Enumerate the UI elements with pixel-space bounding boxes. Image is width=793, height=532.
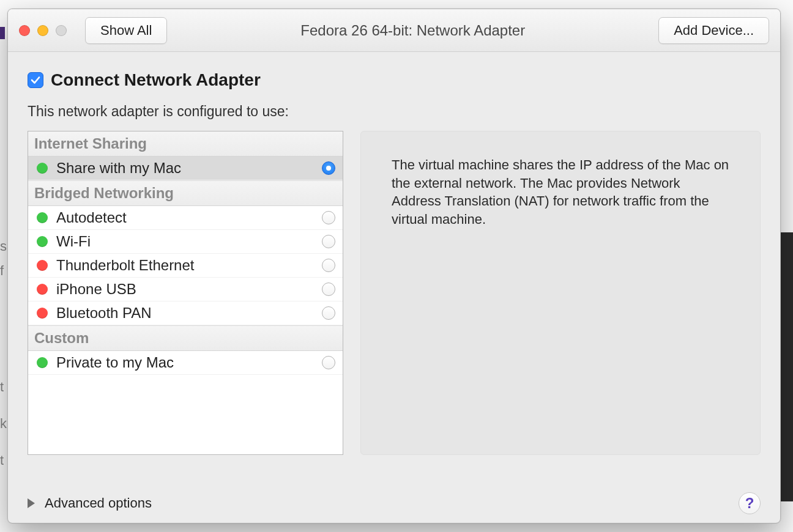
group-header-bridged-networking: Bridged Networking	[28, 180, 343, 206]
status-dot-icon	[37, 260, 48, 271]
status-dot-icon	[37, 357, 48, 368]
row-autodetect[interactable]: Autodetect	[28, 206, 343, 230]
titlebar: Show All Fedora 26 64-bit: Network Adapt…	[8, 9, 780, 52]
row-label: Share with my Mac	[56, 160, 313, 177]
bg-char: k	[0, 416, 7, 432]
status-dot-icon	[37, 212, 48, 223]
zoom-icon	[56, 25, 67, 36]
help-button[interactable]: ?	[739, 492, 761, 514]
traffic-lights	[19, 25, 67, 36]
radio-autodetect[interactable]	[322, 211, 335, 224]
status-dot-icon	[37, 284, 48, 295]
show-all-button[interactable]: Show All	[85, 17, 167, 44]
advanced-options-toggle[interactable]: Advanced options	[28, 495, 152, 511]
mode-description: The virtual machine shares the IP addres…	[360, 131, 761, 455]
checkmark-icon	[30, 75, 41, 86]
minimize-icon[interactable]	[37, 25, 48, 36]
status-dot-icon	[37, 236, 48, 247]
network-mode-list: Internet Sharing Share with my Mac Bridg…	[28, 131, 343, 455]
connect-adapter-row[interactable]: Connect Network Adapter	[28, 70, 761, 90]
status-dot-icon	[37, 308, 48, 319]
columns: Internet Sharing Share with my Mac Bridg…	[28, 131, 761, 482]
adapter-subtext: This network adapter is configured to us…	[28, 103, 761, 120]
radio-thunderbolt-ethernet[interactable]	[322, 259, 335, 272]
bg-char: f	[0, 263, 4, 279]
row-label: Autodetect	[56, 209, 313, 226]
group-header-custom: Custom	[28, 325, 343, 351]
radio-private-to-my-mac[interactable]	[322, 356, 335, 369]
bg-purple-peek	[0, 27, 5, 39]
content-area: Connect Network Adapter This network ada…	[8, 52, 780, 523]
radio-share-with-my-mac[interactable]	[322, 161, 335, 175]
row-wifi[interactable]: Wi-Fi	[28, 230, 343, 254]
connect-adapter-checkbox[interactable]	[28, 72, 43, 88]
radio-wifi[interactable]	[322, 235, 335, 248]
disclosure-triangle-icon	[28, 498, 35, 508]
row-label: Wi-Fi	[56, 233, 313, 250]
row-label: iPhone USB	[56, 281, 313, 298]
window-title: Fedora 26 64-bit: Network Adapter	[179, 22, 646, 39]
connect-adapter-label: Connect Network Adapter	[51, 70, 261, 90]
list-filler	[28, 375, 343, 454]
row-private-to-my-mac[interactable]: Private to my Mac	[28, 351, 343, 375]
radio-bluetooth-pan[interactable]	[322, 306, 335, 320]
row-label: Private to my Mac	[56, 354, 313, 371]
bg-char: t	[0, 453, 4, 468]
radio-iphone-usb[interactable]	[322, 283, 335, 296]
settings-window: Show All Fedora 26 64-bit: Network Adapt…	[7, 9, 781, 523]
row-label: Thunderbolt Ethernet	[56, 257, 313, 274]
row-iphone-usb[interactable]: iPhone USB	[28, 278, 343, 301]
row-bluetooth-pan[interactable]: Bluetooth PAN	[28, 301, 343, 325]
row-share-with-my-mac[interactable]: Share with my Mac	[28, 157, 343, 180]
advanced-options-label: Advanced options	[45, 495, 152, 511]
close-icon[interactable]	[19, 25, 30, 36]
bg-char: t	[0, 379, 4, 395]
row-thunderbolt-ethernet[interactable]: Thunderbolt Ethernet	[28, 254, 343, 278]
status-dot-icon	[37, 163, 48, 174]
bg-char: s	[0, 238, 7, 254]
bg-dark-strip	[781, 232, 793, 501]
row-label: Bluetooth PAN	[56, 305, 313, 322]
group-header-internet-sharing: Internet Sharing	[28, 131, 343, 157]
footer: Advanced options ?	[28, 482, 761, 514]
add-device-button[interactable]: Add Device...	[658, 17, 769, 44]
